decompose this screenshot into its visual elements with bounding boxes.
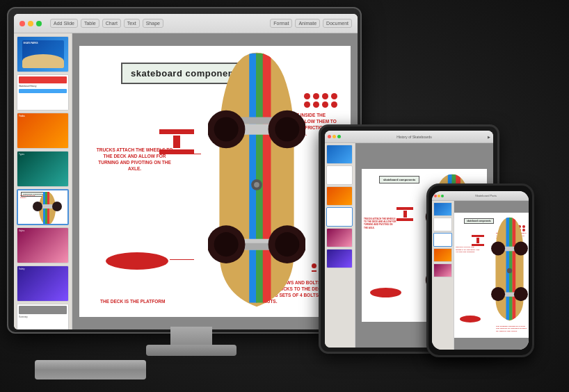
slide-thumb-4[interactable]: Types <box>17 151 69 187</box>
phone-thumb-1[interactable] <box>433 202 452 216</box>
phone-slide-title: skateboard components <box>464 218 494 224</box>
shape-button[interactable]: Shape <box>143 19 163 28</box>
svg-point-10 <box>214 117 239 141</box>
tablet-thumb-2[interactable] <box>326 165 353 185</box>
svg-point-16 <box>214 232 239 256</box>
phone-main: skateboard components <box>454 201 529 350</box>
svg-point-6 <box>52 202 62 211</box>
tablet-trucks-label: TRUCKS ATTACH THE WHEELS TO THE DECK AND… <box>364 218 397 229</box>
app-toolbar: Add Slide Table Chart Text Shape Format … <box>14 14 358 33</box>
bearings-dots <box>304 93 338 108</box>
tablet-sidebar[interactable] <box>325 143 355 348</box>
svg-point-18 <box>275 232 299 256</box>
tablet-slide-title: skateboard components <box>379 176 419 183</box>
main-slide-area: skateboard components TRUCKS ATTACH THE … <box>72 33 358 329</box>
phone-screws-label: THE SCREWS AND BOLTS ATTACH THE TRUCKS T… <box>496 325 527 333</box>
skateboard-svg <box>208 49 305 313</box>
tablet-thumb-1[interactable] <box>326 145 353 164</box>
phone-skateboard-svg <box>490 216 529 324</box>
phone-deck-icon <box>460 316 481 322</box>
slide-thumb-6[interactable]: Styles <box>17 227 69 263</box>
connector-deck <box>170 259 194 260</box>
svg-point-5 <box>33 202 42 211</box>
slide-thumb-5[interactable]: skateboard components <box>17 189 69 225</box>
chart-button[interactable]: Chart <box>102 19 121 28</box>
phone-trucks-label: TRUCKS ATTACH THE WHEELS TO THE DECK AND… <box>456 246 480 254</box>
tablet-trucks-icon <box>396 207 413 221</box>
phone-thumb-3[interactable] <box>433 233 452 247</box>
phone-thumb-5[interactable] <box>433 263 452 277</box>
format-button[interactable]: Format <box>270 19 292 28</box>
tablet-play-button[interactable]: ▶ <box>488 135 490 139</box>
slide-canvas: skateboard components TRUCKS ATTACH THE … <box>79 46 351 317</box>
phone-screen: Skateboard Parts skateboard components <box>432 191 529 350</box>
close-button[interactable] <box>19 21 25 26</box>
slide-panel[interactable]: SKATE PARKS Skateboard History <box>14 33 72 329</box>
tablet-thumb-6[interactable] <box>326 249 353 268</box>
monitor-screen: Add Slide Table Chart Text Shape Format … <box>14 14 358 329</box>
slide-thumb-2[interactable]: Skateboard History <box>17 74 69 111</box>
svg-point-12 <box>275 117 299 141</box>
tablet-thumb-3[interactable] <box>326 186 353 206</box>
mac-mini <box>35 360 146 379</box>
phone-keynote-app: Skateboard Parts skateboard components <box>432 191 529 350</box>
slide-thumb-8[interactable]: Summary <box>17 304 69 329</box>
minimize-button[interactable] <box>28 21 33 26</box>
connector-trucks <box>173 154 201 154</box>
tablet-toolbar: History of Skateboards ▶ <box>325 131 493 143</box>
phone-body: Skateboard Parts skateboard components <box>426 183 534 357</box>
svg-point-29 <box>491 241 505 255</box>
deck-icon <box>106 252 168 270</box>
slide-thumb-3[interactable]: Tricks <box>17 113 69 149</box>
svg-point-34 <box>507 268 512 273</box>
app-body: SKATE PARKS Skateboard History <box>14 33 358 329</box>
text-button[interactable]: Text <box>124 19 140 28</box>
add-slide-button[interactable]: Add Slide <box>50 19 78 28</box>
tablet-thumb-4[interactable] <box>326 207 353 227</box>
deck-label: THE DECK IS THE PLATFORM <box>100 299 165 304</box>
svg-point-33 <box>514 287 528 301</box>
phone-body-content: skateboard components <box>432 201 529 350</box>
animate-button[interactable]: Animate <box>295 19 320 28</box>
monitor-body: Add Slide Table Chart Text Shape Format … <box>7 7 362 334</box>
svg-point-20 <box>254 182 259 188</box>
maximize-button[interactable] <box>36 21 42 26</box>
svg-point-30 <box>514 241 528 255</box>
phone-slide: skateboard components <box>454 213 529 338</box>
phone-sidebar[interactable] <box>432 201 454 350</box>
document-button[interactable]: Document <box>323 19 352 28</box>
slide-thumb-1[interactable]: SKATE PARKS <box>17 36 69 72</box>
traffic-lights <box>19 21 42 26</box>
svg-point-32 <box>491 287 505 301</box>
keynote-app: Add Slide Table Chart Text Shape Format … <box>14 14 358 329</box>
phone-toolbar: Skateboard Parts <box>432 191 529 201</box>
monitor-stand-base <box>146 345 237 356</box>
phone: Skateboard Parts skateboard components <box>426 183 534 357</box>
tablet-deck-icon <box>370 288 401 297</box>
tablet-title: History of Skateboards <box>342 135 486 139</box>
phone-thumb-2[interactable] <box>433 218 452 231</box>
tablet-thumb-5[interactable] <box>326 228 353 247</box>
slide-thumb-7[interactable]: Safety <box>17 266 69 302</box>
phone-thumb-4[interactable] <box>433 248 452 262</box>
table-button[interactable]: Table <box>81 19 99 28</box>
phone-title: Skateboard Parts <box>445 194 527 197</box>
trucks-label: TRUCKS ATTACH THE WHEELS TO THE DECK AND… <box>95 147 175 172</box>
phone-trucks-icon <box>472 235 484 246</box>
